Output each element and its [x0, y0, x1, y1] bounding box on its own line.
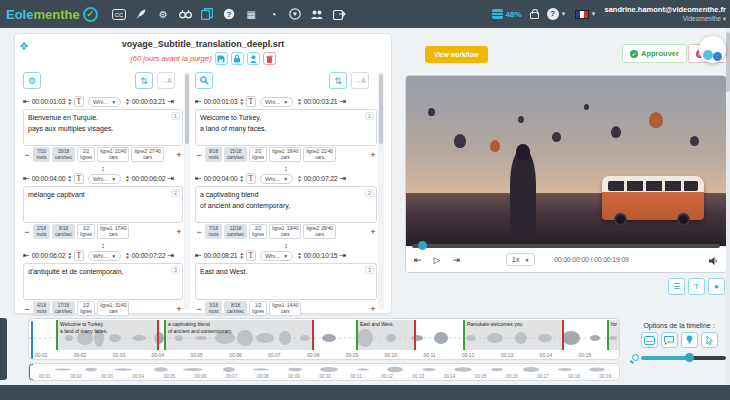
time-stepper[interactable]: ▲▼ — [297, 175, 301, 182]
user-menu[interactable]: sandrine.hamont@videomenthe.fr Videoment… — [605, 5, 727, 23]
settings-gear-button[interactable]: ⚙ — [23, 72, 41, 89]
search-button[interactable] — [195, 72, 213, 89]
speed-select[interactable]: 1x▼ — [506, 253, 535, 266]
start-timecode[interactable]: 00:00:08:21 — [204, 252, 238, 259]
style-select[interactable]: Whi...▼ — [260, 174, 293, 184]
text-style-button[interactable]: T — [246, 250, 256, 261]
help-circle-icon[interactable]: ? — [222, 7, 237, 21]
subtitle-text-input[interactable]: East and West. 3 — [195, 263, 377, 300]
text-style-button[interactable]: T — [74, 173, 84, 184]
extend-button[interactable]: + — [369, 227, 377, 237]
start-timecode[interactable]: 00:00:04:00 — [204, 175, 238, 182]
record-dot-toggle[interactable]: ● — [708, 278, 725, 295]
pie-chart-icon[interactable]: ◔ — [266, 7, 281, 21]
text-overlay-toggle[interactable]: T — [688, 278, 705, 295]
page-scrollbar[interactable] — [726, 28, 730, 385]
time-stepper[interactable]: ▲▼ — [67, 252, 71, 259]
subtitle-block[interactable]: Welcome to Turkey, a land of many faces. — [56, 320, 159, 350]
end-timecode[interactable]: 00:00:07:22 — [304, 175, 338, 182]
subtitle-lines-toggle[interactable]: ☰ — [668, 278, 685, 295]
zoom-slider[interactable] — [641, 356, 726, 360]
timeline-playhead[interactable] — [31, 321, 33, 359]
view-workflow-button[interactable]: View workflow — [425, 46, 488, 63]
shrink-button[interactable]: − — [195, 150, 203, 160]
shrink-button[interactable]: − — [23, 304, 31, 314]
video-progress-bar[interactable] — [412, 244, 720, 248]
subtitle-text-input[interactable]: Welcome to Turkey, a land of many faces.… — [195, 109, 377, 146]
swap-merge-button[interactable]: ⇅ — [329, 72, 347, 89]
hand-tool-button[interactable] — [701, 332, 718, 348]
gears-icon[interactable]: ⚙ — [156, 7, 171, 21]
style-select[interactable]: Whi...▼ — [88, 251, 121, 261]
start-timecode[interactable]: 00:00:06:02 — [32, 252, 66, 259]
end-timecode[interactable]: 00:00:03:21 — [304, 98, 338, 105]
extend-button[interactable]: + — [175, 227, 183, 237]
skip-end-button[interactable]: ⇥ — [452, 255, 460, 265]
approve-button[interactable]: ✓ Approuver — [622, 44, 687, 63]
delete-file-button[interactable] — [263, 52, 276, 65]
start-timecode[interactable]: 00:00:01:03 — [32, 98, 66, 105]
skip-start-button[interactable]: ⇤ — [414, 255, 422, 265]
time-stepper[interactable]: ▲▼ — [125, 98, 129, 105]
time-stepper[interactable]: ▲▼ — [125, 252, 129, 259]
extend-button[interactable]: + — [369, 150, 377, 160]
shrink-button[interactable]: − — [23, 227, 31, 237]
style-select[interactable]: Whi...▼ — [88, 174, 121, 184]
users-icon[interactable] — [310, 7, 325, 21]
source-column-scrollbar[interactable] — [184, 72, 190, 310]
shrink-button[interactable]: − — [195, 227, 203, 237]
subtitle-block[interactable]: East and West. — [356, 320, 416, 350]
time-stepper[interactable]: ▲▼ — [239, 175, 243, 182]
help-menu[interactable]: ? ▼ — [547, 8, 567, 20]
captions-display-button[interactable] — [641, 332, 658, 348]
share-user-button[interactable] — [247, 52, 260, 65]
closed-captions-icon[interactable]: CC — [112, 7, 127, 21]
heart-icon[interactable]: ♥ — [288, 7, 303, 21]
chat-support-button[interactable] — [699, 36, 726, 63]
text-style-button[interactable]: T — [74, 96, 84, 107]
play-button[interactable]: ▷ — [434, 255, 441, 265]
subtitle-block[interactable]: a captivating blend of ancient and conte… — [164, 320, 314, 350]
progress-knob[interactable] — [418, 241, 427, 250]
extend-button[interactable]: + — [369, 304, 377, 314]
comment-bubble-button[interactable] — [661, 332, 678, 348]
subtitle-text-input[interactable]: d'antiquité et de contemporain, 3 — [23, 263, 183, 300]
target-column-scrollbar[interactable] — [378, 72, 384, 310]
style-select[interactable]: Whi...▼ — [260, 251, 293, 261]
translate-button[interactable]: →A — [351, 72, 369, 89]
language-menu[interactable]: ▼ — [575, 10, 597, 19]
subtitle-block[interactable]: Pamukale welcomes you — [463, 320, 564, 350]
text-style-button[interactable]: T — [246, 173, 256, 184]
swap-merge-button[interactable]: ⇅ — [135, 72, 153, 89]
files-icon[interactable] — [200, 7, 215, 21]
start-timecode[interactable]: 00:00:01:03 — [204, 98, 238, 105]
time-stepper[interactable]: ▲▼ — [67, 175, 71, 182]
volume-icon[interactable] — [708, 254, 718, 269]
time-stepper[interactable]: ▲▼ — [297, 98, 301, 105]
app-logo[interactable]: Eolementhe ✓ — [6, 7, 98, 22]
style-select[interactable]: Whi...▼ — [260, 97, 293, 107]
end-timecode[interactable]: 00:00:06:02 — [132, 175, 166, 182]
video-frame[interactable] — [406, 76, 726, 248]
subtitle-text-input[interactable]: mélange captivant 2 — [23, 186, 183, 223]
time-stepper[interactable]: ▲▼ — [239, 98, 243, 105]
lock-icon[interactable] — [530, 12, 539, 19]
binoculars-icon[interactable] — [178, 7, 193, 21]
end-timecode[interactable]: 00:00:10:15 — [304, 252, 338, 259]
extend-button[interactable]: + — [175, 150, 183, 160]
lock-file-button[interactable] — [231, 52, 244, 65]
subtitle-text-input[interactable]: Bienvenue en Turquie. pays aux multiples… — [23, 109, 183, 146]
time-stepper[interactable]: ▲▼ — [297, 252, 301, 259]
timeline-strip[interactable]: Welcome to Turkey, a land of many faces.… — [28, 318, 620, 360]
save-file-button[interactable] — [215, 52, 228, 65]
rocket-icon[interactable] — [134, 7, 149, 21]
overview-viewport-marker[interactable] — [29, 364, 33, 380]
end-timecode[interactable]: 00:00:03:21 — [132, 98, 166, 105]
time-stepper[interactable]: ▲▼ — [67, 98, 71, 105]
text-style-button[interactable]: T — [246, 96, 256, 107]
end-timecode[interactable]: 00:00:07:22 — [132, 252, 166, 259]
text-style-button[interactable]: T — [74, 250, 84, 261]
subtitle-text-input[interactable]: a captivating blend of ancient and conte… — [195, 186, 377, 223]
time-stepper[interactable]: ▲▼ — [125, 175, 129, 182]
extend-button[interactable]: + — [175, 304, 183, 314]
